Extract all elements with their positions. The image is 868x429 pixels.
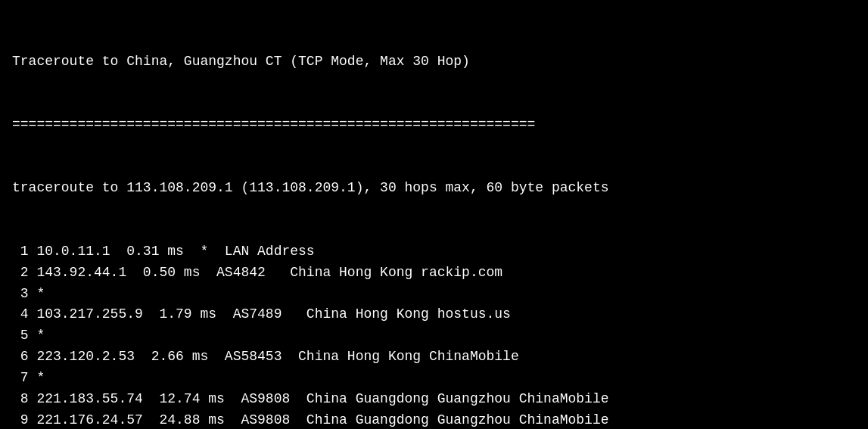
hops-list: 1 10.0.11.1 0.31 ms * LAN Address 2 143.…	[12, 241, 856, 429]
hop-line-7: 7 *	[12, 368, 856, 389]
separator-line: ========================================…	[12, 114, 856, 135]
hop-line-9: 9 221.176.24.57 24.88 ms AS9808 China Gu…	[12, 410, 856, 429]
hop-line-1: 1 10.0.11.1 0.31 ms * LAN Address	[12, 241, 856, 263]
hop-line-5: 5 *	[12, 325, 856, 347]
terminal-window: Traceroute to China, Guangzhou CT (TCP M…	[12, 9, 856, 429]
hop-line-2: 2 143.92.44.1 0.50 ms AS4842 China Hong …	[12, 263, 856, 284]
traceroute-command: traceroute to 113.108.209.1 (113.108.209…	[12, 178, 856, 199]
title-line: Traceroute to China, Guangzhou CT (TCP M…	[12, 51, 856, 73]
hop-line-4: 4 103.217.255.9 1.79 ms AS7489 China Hon…	[12, 304, 856, 325]
hop-line-3: 3 *	[12, 284, 856, 305]
hop-line-8: 8 221.183.55.74 12.74 ms AS9808 China Gu…	[12, 389, 856, 410]
hop-line-6: 6 223.120.2.53 2.66 ms AS58453 China Hon…	[12, 347, 856, 368]
